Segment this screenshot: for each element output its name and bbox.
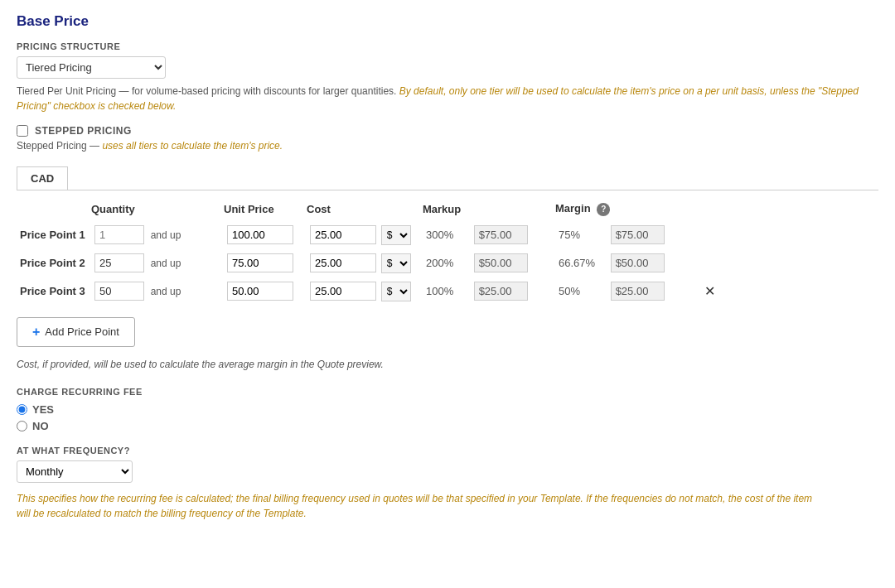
delete-cell-1 xyxy=(696,221,878,249)
charge-no-label: NO xyxy=(32,420,49,432)
stepped-pricing-section: STEPPED PRICING Stepped Pricing — uses a… xyxy=(17,125,878,152)
delete-cell-2 xyxy=(696,249,878,277)
desc-plain: Tiered Per Unit Pricing — for volume-bas… xyxy=(17,85,396,97)
stepped-pricing-checkbox[interactable] xyxy=(17,125,28,137)
charge-yes-radio[interactable] xyxy=(17,404,27,415)
col-header-unit-price: Unit Price xyxy=(224,202,307,221)
unit-price-input-3[interactable] xyxy=(227,282,293,301)
qty-cell-3: and up xyxy=(91,277,224,306)
margin-val-2[interactable] xyxy=(611,253,665,272)
markup-pct-3: 100% xyxy=(426,285,467,297)
cost-cell-1: $ % xyxy=(307,221,423,249)
tab-cad[interactable]: CAD xyxy=(17,166,68,190)
frequency-section: AT WHAT FREQUENCY? Monthly Quarterly Ann… xyxy=(17,446,878,521)
row-label-2: Price Point 2 xyxy=(17,249,91,277)
charge-recurring-section: CHARGE RECURRING FEE YES NO xyxy=(17,387,878,432)
pricing-structure-select[interactable]: Tiered Pricing Flat Price Volume Pricing xyxy=(17,56,166,79)
plus-icon: + xyxy=(32,325,40,340)
markup-val-3[interactable] xyxy=(474,282,528,301)
qty-input-2[interactable] xyxy=(94,253,144,272)
col-header-quantity: Quantity xyxy=(91,202,224,221)
charge-yes-row: YES xyxy=(17,403,878,416)
margin-pct-2: 66.67% xyxy=(559,257,604,269)
and-up-2: and up xyxy=(151,258,181,269)
cost-type-select-2[interactable]: $ % xyxy=(381,253,411,273)
charge-no-row: NO xyxy=(17,420,878,432)
margin-help-icon[interactable]: ? xyxy=(597,203,610,216)
margin-cell-1: 75% xyxy=(555,221,696,249)
charge-no-radio[interactable] xyxy=(17,421,27,431)
row-label-3: Price Point 3 xyxy=(17,277,91,306)
unit-price-input-2[interactable] xyxy=(227,253,293,272)
markup-cell-3: 100% xyxy=(423,277,555,306)
qty-cell-1: and up xyxy=(91,221,224,249)
cost-cell-2: $ % xyxy=(307,249,423,277)
markup-cell-2: 200% xyxy=(423,249,555,277)
table-row: Price Point 1 and up $ % 300% 75% xyxy=(17,221,878,249)
markup-val-1[interactable] xyxy=(474,225,528,244)
and-up-1: and up xyxy=(151,229,181,241)
pricing-structure-label: PRICING STRUCTURE xyxy=(17,41,878,51)
markup-val-2[interactable] xyxy=(474,253,528,272)
cost-input-2[interactable] xyxy=(310,253,376,272)
unit-price-cell-2 xyxy=(224,249,307,277)
add-price-label: Add Price Point xyxy=(45,325,119,338)
margin-cell-3: 50% xyxy=(555,277,696,306)
qty-input-3[interactable] xyxy=(94,282,144,301)
add-price-point-button[interactable]: + Add Price Point xyxy=(17,317,135,347)
col-header-delete xyxy=(696,202,878,221)
cost-type-select-1[interactable]: $ % xyxy=(381,225,411,245)
delete-cell-3[interactable]: ✕ xyxy=(696,277,878,306)
delete-button-3[interactable]: ✕ xyxy=(699,282,720,301)
charge-recurring-label: CHARGE RECURRING FEE xyxy=(17,387,878,397)
unit-price-cell-1 xyxy=(224,221,307,249)
col-header-cost: Cost xyxy=(307,202,423,221)
qty-input-1[interactable] xyxy=(94,225,144,244)
and-up-3: and up xyxy=(151,286,181,297)
markup-pct-2: 200% xyxy=(426,257,467,269)
pricing-structure-description: Tiered Per Unit Pricing — for volume-bas… xyxy=(17,84,878,113)
col-header-empty xyxy=(17,202,91,221)
col-header-margin: Margin ? xyxy=(555,202,696,221)
unit-price-cell-3 xyxy=(224,277,307,306)
table-row: Price Point 2 and up $ % 200% 66.67% xyxy=(17,249,878,277)
frequency-select[interactable]: Monthly Quarterly Annually xyxy=(17,460,133,483)
frequency-label: AT WHAT FREQUENCY? xyxy=(17,446,878,455)
cost-input-3[interactable] xyxy=(310,282,376,301)
stepped-pricing-label: STEPPED PRICING xyxy=(35,125,132,137)
stepped-pricing-desc: Stepped Pricing — uses all tiers to calc… xyxy=(17,140,878,152)
margin-label: Margin xyxy=(555,202,591,214)
markup-pct-1: 300% xyxy=(426,229,467,241)
qty-cell-2: and up xyxy=(91,249,224,277)
page-title: Base Price xyxy=(17,13,878,30)
col-header-markup: Markup xyxy=(423,202,555,221)
cost-input-1[interactable] xyxy=(310,225,376,244)
margin-pct-1: 75% xyxy=(559,229,604,241)
cost-cell-3: $ % xyxy=(307,277,423,306)
margin-val-1[interactable] xyxy=(611,225,665,244)
table-row: Price Point 3 and up $ % 100% 50% xyxy=(17,277,878,306)
margin-val-3[interactable] xyxy=(611,282,665,301)
cost-type-select-3[interactable]: $ % xyxy=(381,282,411,301)
margin-cell-2: 66.67% xyxy=(555,249,696,277)
stepped-desc-italic: uses all tiers to calculate the item's p… xyxy=(102,140,283,152)
cost-note: Cost, if provided, will be used to calcu… xyxy=(17,359,878,370)
stepped-desc-plain: Stepped Pricing — xyxy=(17,140,99,152)
row-label-1: Price Point 1 xyxy=(17,221,91,249)
markup-cell-1: 300% xyxy=(423,221,555,249)
tab-bar: CAD xyxy=(17,166,878,190)
frequency-note: This specifies how the recurring fee is … xyxy=(17,491,829,521)
margin-pct-3: 50% xyxy=(559,285,604,297)
unit-price-input-1[interactable] xyxy=(227,225,293,244)
charge-yes-label: YES xyxy=(32,403,54,416)
pricing-table: Quantity Unit Price Cost Markup Margin ?… xyxy=(17,202,878,306)
